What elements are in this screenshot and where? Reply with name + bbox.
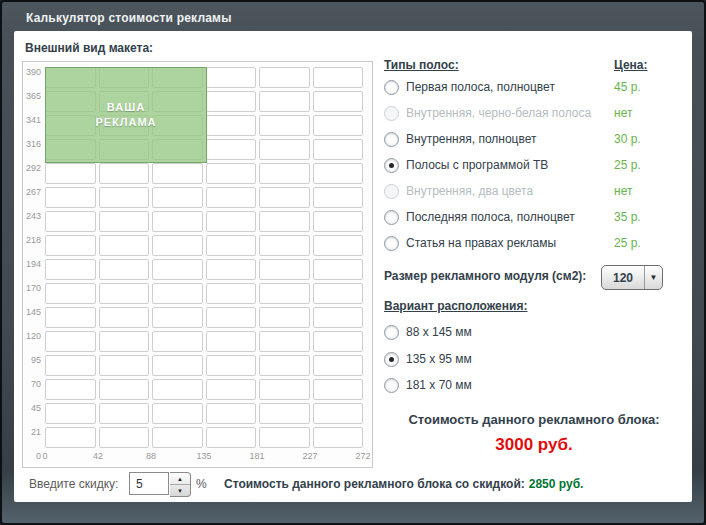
grid-cell[interactable]	[313, 211, 364, 232]
grid-cell[interactable]	[206, 259, 257, 280]
discount-input[interactable]	[129, 472, 169, 495]
grid-cell[interactable]	[259, 283, 310, 304]
grid-cell[interactable]	[206, 403, 257, 424]
band-type-option[interactable]: Статья на правах рекламы 25 р.	[384, 235, 680, 253]
grid-cell[interactable]	[259, 187, 310, 208]
grid-cell[interactable]	[152, 307, 203, 328]
radio-icon[interactable]	[384, 325, 399, 340]
grid-cell[interactable]	[99, 163, 150, 184]
grid-cell[interactable]	[99, 307, 150, 328]
grid-cell[interactable]	[206, 427, 257, 448]
grid-cell[interactable]	[45, 355, 96, 376]
grid-cell[interactable]	[313, 403, 364, 424]
grid-cell[interactable]	[206, 163, 257, 184]
grid-cell[interactable]	[259, 139, 310, 160]
grid-cell[interactable]	[259, 355, 310, 376]
grid-cell[interactable]	[206, 283, 257, 304]
grid-cell[interactable]	[99, 211, 150, 232]
grid-cell[interactable]	[45, 403, 96, 424]
grid-cell[interactable]	[152, 427, 203, 448]
grid-cell[interactable]	[152, 403, 203, 424]
grid-cell[interactable]	[152, 235, 203, 256]
grid-cell[interactable]	[99, 427, 150, 448]
grid-cell[interactable]	[259, 91, 310, 112]
grid-cell[interactable]	[45, 427, 96, 448]
grid-cell[interactable]	[206, 115, 257, 136]
grid-cell[interactable]	[206, 379, 257, 400]
grid-cell[interactable]	[313, 379, 364, 400]
grid-cell[interactable]	[313, 235, 364, 256]
grid-cell[interactable]	[99, 331, 150, 352]
band-type-option[interactable]: Внутренняя, полноцвет 30 р.	[384, 131, 680, 149]
grid-cell[interactable]	[259, 379, 310, 400]
grid-cell[interactable]	[259, 163, 310, 184]
grid-cell[interactable]	[152, 355, 203, 376]
grid-cell[interactable]	[45, 163, 96, 184]
grid-cell[interactable]	[313, 355, 364, 376]
grid-cell[interactable]	[259, 307, 310, 328]
grid-cell[interactable]	[99, 235, 150, 256]
grid-cell[interactable]	[313, 91, 364, 112]
grid-cell[interactable]	[45, 307, 96, 328]
radio-icon[interactable]	[384, 210, 399, 225]
chevron-down-icon[interactable]: ▼	[645, 273, 662, 282]
grid-cell[interactable]	[99, 403, 150, 424]
grid-cell[interactable]	[206, 91, 257, 112]
band-type-option[interactable]: Последняя полоса, полноцвет 35 р.	[384, 209, 680, 227]
module-size-dropdown[interactable]: 120 ▼	[601, 265, 663, 290]
grid-cell[interactable]	[313, 187, 364, 208]
grid-cell[interactable]	[313, 331, 364, 352]
grid-cell[interactable]	[259, 403, 310, 424]
radio-icon[interactable]	[384, 106, 399, 121]
layout-variant-option[interactable]: 88 x 145 мм	[384, 324, 680, 342]
grid-cell[interactable]	[206, 355, 257, 376]
grid-cell[interactable]	[259, 115, 310, 136]
grid-cell[interactable]	[152, 163, 203, 184]
radio-icon[interactable]	[384, 158, 399, 173]
grid-cell[interactable]	[152, 331, 203, 352]
grid-cell[interactable]	[45, 211, 96, 232]
radio-icon[interactable]	[384, 352, 399, 367]
grid-cell[interactable]	[99, 355, 150, 376]
radio-icon[interactable]	[384, 132, 399, 147]
grid-cell[interactable]	[313, 307, 364, 328]
grid-cell[interactable]	[45, 283, 96, 304]
grid-cell[interactable]	[206, 211, 257, 232]
grid-cell[interactable]	[45, 187, 96, 208]
radio-icon[interactable]	[384, 378, 399, 393]
grid-cell[interactable]	[313, 139, 364, 160]
grid-cell[interactable]	[152, 283, 203, 304]
grid-cell[interactable]	[45, 259, 96, 280]
grid-cell[interactable]	[99, 283, 150, 304]
grid-cell[interactable]	[45, 379, 96, 400]
grid-cell[interactable]	[206, 187, 257, 208]
grid-cell[interactable]	[313, 283, 364, 304]
layout-variant-option[interactable]: 135 x 95 мм	[384, 351, 680, 369]
radio-icon[interactable]	[384, 184, 399, 199]
grid-cell[interactable]	[259, 331, 310, 352]
grid-cell[interactable]	[99, 187, 150, 208]
grid-cell[interactable]	[206, 331, 257, 352]
radio-icon[interactable]	[384, 236, 399, 251]
band-type-option[interactable]: Внутренняя, два цвета нет	[384, 183, 680, 201]
grid-cell[interactable]	[99, 259, 150, 280]
band-type-option[interactable]: Первая полоса, полноцвет 45 р.	[384, 79, 680, 97]
grid-cell[interactable]	[152, 259, 203, 280]
grid-cell[interactable]	[259, 427, 310, 448]
grid-cell[interactable]	[259, 67, 310, 88]
layout-variant-option[interactable]: 181 x 70 мм	[384, 377, 680, 395]
grid-cell[interactable]	[313, 427, 364, 448]
spinner-up-button[interactable]: ▲	[170, 473, 190, 485]
grid-cell[interactable]	[152, 211, 203, 232]
grid-cell[interactable]	[206, 235, 257, 256]
grid-cell[interactable]	[206, 139, 257, 160]
grid-cell[interactable]	[152, 379, 203, 400]
grid-cell[interactable]	[99, 379, 150, 400]
grid-cell[interactable]	[259, 259, 310, 280]
band-type-option[interactable]: Полосы с программой ТВ 25 р.	[384, 157, 680, 175]
band-type-option[interactable]: Внутренняя, черно-белая полоса нет	[384, 105, 680, 123]
grid-cell[interactable]	[45, 331, 96, 352]
grid-cell[interactable]	[152, 187, 203, 208]
grid-cell[interactable]	[313, 67, 364, 88]
grid-cell[interactable]	[259, 235, 310, 256]
